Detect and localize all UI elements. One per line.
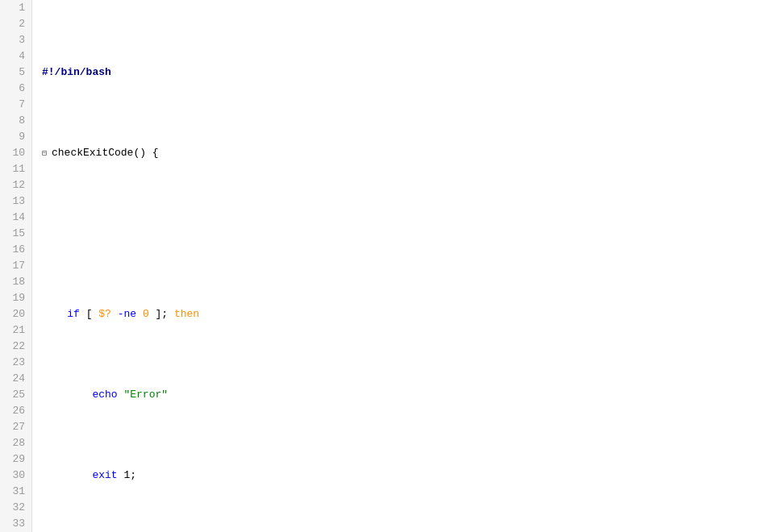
line-6: exit 1; [42,468,763,484]
line-5: echo "Error" [42,387,763,403]
line-num-4: 4 [6,48,25,64]
line-num-33: 33 [6,516,25,532]
line-num-15: 15 [6,226,25,242]
line-num-28: 28 [6,435,25,451]
line-num-11: 11 [6,161,25,177]
line-num-18: 18 [6,274,25,290]
line-num-12: 12 [6,177,25,193]
line-num-26: 26 [6,403,25,419]
line-num-21: 21 [6,322,25,339]
line-num-31: 31 [6,484,25,500]
line-num-13: 13 [6,193,25,210]
line-num-17: 17 [6,258,25,274]
line-4: if [ $? -ne 0 ]; then [42,306,763,322]
line-num-9: 9 [6,129,25,145]
line-2: ⊟checkExitCode() { [42,145,763,161]
line-num-14: 14 [6,210,25,226]
line-num-10: 10 [6,145,25,161]
line-num-1: 1 [6,0,25,16]
line-numbers: 1 2 3 4 5 6 7 8 9 10 11 12 13 14 15 16 1… [0,0,32,532]
line-num-23: 23 [6,355,25,371]
line-num-32: 32 [6,500,25,516]
code-content[interactable]: #!/bin/bash ⊟checkExitCode() { if [ $? -… [32,0,763,532]
line-num-20: 20 [6,306,25,322]
line-num-19: 19 [6,290,25,306]
line-num-16: 16 [6,242,25,258]
code-editor: 1 2 3 4 5 6 7 8 9 10 11 12 13 14 15 16 1… [0,0,763,532]
line-num-2: 2 [6,16,25,32]
line-num-25: 25 [6,387,25,403]
line-num-7: 7 [6,97,25,113]
line-num-27: 27 [6,419,25,435]
line-num-30: 30 [6,468,25,484]
line-num-29: 29 [6,451,25,468]
line-num-22: 22 [6,339,25,355]
line-3 [42,226,763,242]
line-num-8: 8 [6,113,25,129]
line-num-6: 6 [6,81,25,97]
line-num-3: 3 [6,32,25,48]
line-num-5: 5 [6,64,25,81]
line-num-24: 24 [6,371,25,387]
line-1: #!/bin/bash [42,64,763,81]
